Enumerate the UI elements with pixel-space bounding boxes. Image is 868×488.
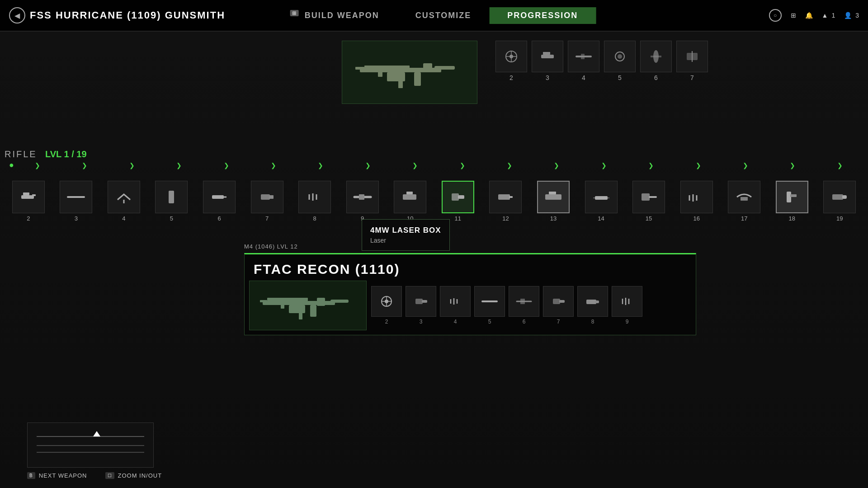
unlock-item-11[interactable]: 11: [434, 181, 482, 222]
arrow-9: ❯: [392, 162, 439, 169]
ftac-slot-6[interactable]: 6: [509, 286, 539, 325]
svg-rect-23: [21, 195, 34, 199]
ftac-slot-box-4: [440, 286, 471, 317]
unlock-row: 2 3 4 5 6 7 8 9: [0, 181, 868, 222]
svg-rect-2: [423, 63, 432, 72]
ftac-slot-4[interactable]: 4: [440, 286, 471, 325]
unlock-box-18: [776, 181, 808, 213]
top-slot-3[interactable]: 3: [532, 41, 563, 81]
tab-build[interactable]: ⊞ BUILD WEAPON: [272, 7, 397, 24]
ftac-slot-8[interactable]: 8: [577, 286, 608, 325]
svg-rect-43: [509, 196, 513, 198]
ftac-slot-9[interactable]: 9: [612, 286, 642, 325]
unlock-item-14[interactable]: 14: [577, 181, 625, 222]
next-weapon-btn[interactable]: B NEXT WEAPON: [27, 472, 87, 479]
svg-rect-41: [458, 195, 464, 199]
top-slot-2-num: 2: [509, 74, 513, 81]
back-button[interactable]: ◀ FSS HURRICANE (1109) GUNSMITH: [9, 7, 225, 23]
svg-rect-72: [422, 300, 427, 303]
unlock-item-12[interactable]: 12: [482, 181, 530, 222]
unlock-box-16: [680, 181, 713, 213]
unlock-num-14: 14: [598, 215, 604, 222]
unlock-item-4[interactable]: 4: [100, 181, 148, 222]
unlock-box-14: [585, 181, 618, 213]
unlock-num-8: 8: [313, 215, 316, 222]
top-slot-2-box: [495, 41, 527, 72]
minimap-marker: [93, 431, 100, 436]
unlock-box-5: [155, 181, 188, 213]
zoom-label: ZOOM IN/OUT: [118, 472, 162, 479]
arrow-4: ❯: [156, 162, 203, 169]
ftac-weapon-svg: [258, 285, 358, 326]
svg-rect-1: [364, 66, 410, 69]
grid-icon: ⊞: [791, 12, 796, 19]
ftac-slot-2[interactable]: 2: [371, 286, 402, 325]
arrow-1: ❯: [14, 162, 61, 169]
svg-rect-48: [642, 193, 650, 201]
top-slot-7[interactable]: 7: [676, 41, 708, 81]
ftac-slot-num-7: 7: [557, 319, 560, 325]
unlock-item-10[interactable]: 10: [387, 181, 434, 222]
svg-rect-55: [790, 194, 797, 197]
unlock-item-3[interactable]: 3: [52, 181, 100, 222]
unlock-item-17[interactable]: 17: [720, 181, 768, 222]
bell-group[interactable]: 🔔: [805, 12, 813, 19]
ftac-slot-3[interactable]: 3: [406, 286, 436, 325]
tab-progression[interactable]: PROGRESSION: [489, 7, 596, 24]
top-weapon-slots: 2 3 4 5: [495, 41, 708, 81]
svg-rect-56: [832, 194, 843, 200]
top-weapon-box: [342, 41, 477, 104]
arrow-15: ❯: [675, 162, 722, 169]
arrow-14: ❯: [627, 162, 675, 169]
top-slot-5[interactable]: 5: [604, 41, 636, 81]
unlock-num-19: 19: [836, 215, 843, 222]
unlock-item-9[interactable]: 9: [339, 181, 387, 222]
unlock-box-3: [60, 181, 92, 213]
unlock-item-18[interactable]: 18: [768, 181, 816, 222]
unlock-item-6[interactable]: 6: [195, 181, 243, 222]
arrow-5: ❯: [203, 162, 250, 169]
unlock-num-15: 15: [646, 215, 652, 222]
svg-rect-16: [581, 54, 585, 59]
unlock-num-13: 13: [550, 215, 557, 222]
tab-customize[interactable]: CUSTOMIZE: [397, 7, 490, 24]
arrow-13: ❯: [580, 162, 627, 169]
minimap-line-2: [37, 445, 144, 446]
next-weapon-label: NEXT WEAPON: [39, 472, 87, 479]
unlock-num-16: 16: [693, 215, 699, 222]
unlock-item-19[interactable]: 19: [816, 181, 864, 222]
top-slot-4[interactable]: 4: [568, 41, 599, 81]
unlock-item-5[interactable]: 5: [148, 181, 196, 222]
unlock-num-7: 7: [265, 215, 269, 222]
bell-icon: 🔔: [805, 12, 813, 19]
ftac-weapon-box: [249, 281, 367, 330]
svg-rect-8: [398, 75, 403, 88]
top-slot-6[interactable]: 6: [640, 41, 672, 81]
unlock-box-19: [823, 181, 856, 213]
rifle-level: LVL 1 / 19: [45, 149, 87, 160]
top-slot-2[interactable]: 2: [495, 41, 527, 81]
grid-group[interactable]: ⊞: [791, 12, 796, 19]
zoom-btn[interactable]: ☐ ZOOM IN/OUT: [105, 472, 162, 479]
svg-rect-25: [32, 194, 36, 196]
ftac-slot-7[interactable]: 7: [543, 286, 574, 325]
svg-rect-65: [289, 305, 305, 313]
unlock-item-7[interactable]: 7: [243, 181, 291, 222]
top-slot-3-box: [532, 41, 563, 72]
ftac-slot-5[interactable]: 5: [474, 286, 505, 325]
svg-rect-32: [269, 195, 274, 199]
ftac-slot-box-2: [371, 286, 402, 317]
m4-label: M4 (1046) LVL 12: [244, 243, 298, 250]
unlock-item-2[interactable]: 2: [5, 181, 52, 222]
ftac-slot-box-7: [543, 286, 574, 317]
unlock-item-16[interactable]: 16: [673, 181, 721, 222]
ftac-content: 2 3 4 5 6 7 8 9: [245, 281, 696, 335]
bottom-buttons: B NEXT WEAPON ☐ ZOOM IN/OUT: [27, 472, 162, 479]
top-slot-6-box: [640, 41, 672, 72]
unlock-box-4: [108, 181, 140, 213]
unlock-item-13[interactable]: 13: [529, 181, 577, 222]
unlock-item-15[interactable]: 15: [625, 181, 673, 222]
svg-rect-63: [260, 300, 267, 302]
svg-rect-54: [787, 192, 791, 202]
unlock-item-8[interactable]: 8: [291, 181, 339, 222]
